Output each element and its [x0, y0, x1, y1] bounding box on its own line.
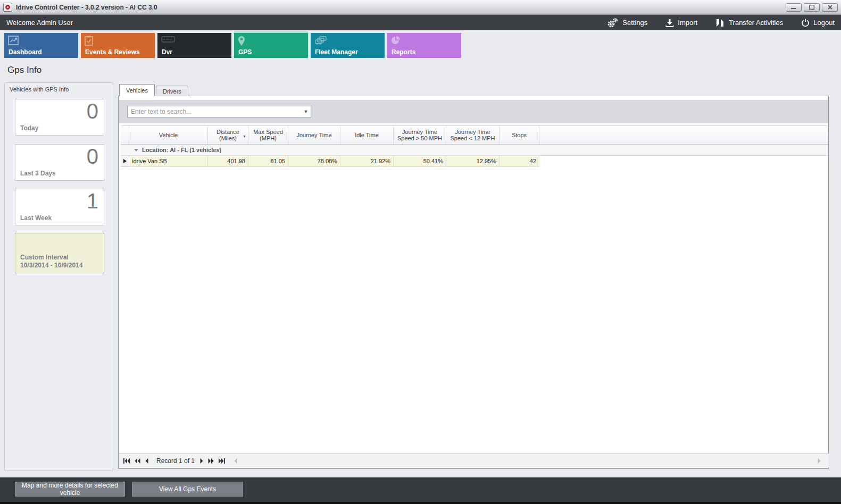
nav-tile-dvr-label: Dvr	[162, 48, 172, 56]
cell-stops[interactable]: 42	[499, 156, 539, 167]
cell-journey-gt50[interactable]: 50.41%	[394, 156, 446, 167]
clipboard-check-icon	[85, 36, 93, 46]
grid-header-distance-label: Distance (Miles)	[209, 129, 247, 141]
sidebar-title: Vehicles with GPS Info	[10, 86, 69, 93]
group-row-location[interactable]: Location: Al - FL (1 vehicles)	[121, 145, 828, 156]
tab-vehicles-label: Vehicles	[126, 87, 148, 94]
record-navigator: Record 1 of 1	[119, 453, 829, 467]
settings-button[interactable]: Settings	[607, 18, 647, 28]
nav-tile-gps-label: GPS	[238, 48, 252, 56]
view-all-gps-events-button[interactable]: View All Gps Events	[132, 482, 243, 497]
grid-tabs: Vehicles Drivers	[119, 84, 188, 96]
stat-card-today[interactable]: 0 Today	[15, 99, 104, 136]
vehicles-grid: Vehicle Distance (Miles) ▼ Max Speed (MP…	[121, 125, 828, 167]
nav-tile-reports[interactable]: Reports	[387, 33, 461, 58]
pie-chart-icon	[391, 36, 401, 45]
map-details-button[interactable]: Map and more details for selected vehicl…	[15, 482, 125, 497]
tab-drivers-label: Drivers	[163, 88, 181, 95]
last-record-icon	[219, 458, 225, 464]
next-page-button[interactable]	[208, 458, 214, 464]
hscroll-right-arrow[interactable]	[818, 458, 821, 464]
cell-max-speed[interactable]: 81.05	[248, 156, 288, 167]
nav-tile-dashboard[interactable]: Dashboard	[4, 33, 78, 58]
next-record-icon	[200, 458, 203, 464]
table-row[interactable]: idrive Van SB 401.98 81.05 78.08% 21.92%…	[121, 156, 828, 167]
stat-value-last-3-days: 0	[87, 145, 98, 168]
stat-value-today: 0	[87, 99, 98, 123]
grid-header-idle-time[interactable]: Idle Time	[340, 126, 394, 144]
search-input[interactable]	[128, 108, 301, 115]
welcome-bar: Welcome Admin User Settings Import	[0, 15, 841, 30]
dvr-device-icon	[161, 36, 175, 43]
logout-label: Logout	[813, 19, 835, 27]
grid-header-journey-gt50[interactable]: Journey Time Speed > 50 MPH	[394, 126, 446, 144]
settings-label: Settings	[622, 19, 647, 27]
tab-vehicles[interactable]: Vehicles	[119, 84, 155, 96]
maximize-button[interactable]	[804, 3, 820, 12]
stat-card-last-3-days[interactable]: 0 Last 3 Days	[15, 144, 104, 181]
power-icon	[801, 19, 810, 27]
grid-header-row: Vehicle Distance (Miles) ▼ Max Speed (MP…	[121, 125, 828, 145]
hscroll-left-arrow[interactable]	[234, 458, 237, 464]
grid-header-vehicle-label: Vehicle	[159, 132, 178, 138]
grid-header-journey-gt50-label: Journey Time Speed > 50 MPH	[395, 129, 445, 141]
stat-label-last-3-days: Last 3 Days	[20, 170, 56, 177]
welcome-text: Welcome Admin User	[6, 19, 73, 27]
minimize-button[interactable]	[786, 3, 802, 12]
grid-header-idle-time-label: Idle Time	[355, 132, 379, 138]
nav-tile-events-reviews[interactable]: Events & Reviews	[81, 33, 155, 58]
cell-idle-time[interactable]: 21.92%	[340, 156, 394, 167]
next-record-button[interactable]	[200, 458, 203, 464]
stat-card-custom-interval[interactable]: Custom Interval 10/3/2014 - 10/9/2014	[15, 233, 104, 273]
nav-tile-fleet-manager[interactable]: Fleet Manager	[311, 33, 385, 58]
vehicles-tab-panel: ▼ Vehicle Distance (Miles) ▼ Max Speed (…	[118, 96, 829, 469]
search-strip: ▼	[119, 100, 828, 123]
search-dropdown-arrow-icon[interactable]: ▼	[301, 109, 311, 114]
hscroll-right-icon	[818, 458, 821, 464]
cell-journey-time[interactable]: 78.08%	[288, 156, 340, 167]
close-icon	[828, 5, 832, 10]
sidebar-vehicles-with-gps-info: Vehicles with GPS Info 0 Today 0 Last 3 …	[4, 82, 113, 471]
import-button[interactable]: Import	[665, 19, 697, 27]
custom-interval-dates: 10/3/2014 - 10/9/2014	[20, 262, 82, 269]
grid-header-stops-label: Stops	[512, 132, 527, 138]
collapse-caret-icon[interactable]	[134, 149, 138, 152]
first-record-button[interactable]	[123, 458, 130, 464]
maximize-icon	[809, 5, 814, 10]
record-count-label: Record 1 of 1	[156, 457, 195, 465]
nav-tile-events-reviews-label: Events & Reviews	[85, 48, 140, 56]
app-logo-icon	[3, 3, 12, 12]
close-button[interactable]	[822, 3, 838, 12]
cell-distance[interactable]: 401.98	[208, 156, 248, 167]
previous-record-button[interactable]	[145, 458, 148, 464]
grid-header-distance[interactable]: Distance (Miles) ▼	[208, 126, 248, 144]
previous-page-button[interactable]	[135, 458, 140, 464]
current-row-arrow-icon	[123, 159, 127, 163]
grid-header-vehicle[interactable]: Vehicle	[129, 126, 208, 144]
trend-chart-icon	[8, 36, 19, 45]
grid-header-max-speed[interactable]: Max Speed (MPH)	[248, 126, 288, 144]
sort-descending-icon: ▼	[243, 133, 246, 140]
stat-label-today: Today	[20, 124, 38, 132]
nav-tile-dvr[interactable]: Dvr	[157, 33, 231, 58]
gears-icon	[607, 18, 619, 28]
previous-record-icon	[145, 458, 148, 464]
stat-card-last-week[interactable]: 1 Last Week	[15, 189, 104, 225]
stat-value-last-week: 1	[87, 189, 98, 213]
cell-vehicle[interactable]: idrive Van SB	[129, 156, 208, 167]
tab-drivers[interactable]: Drivers	[156, 86, 188, 96]
transfer-activities-button[interactable]: Transfer Activities	[715, 18, 783, 28]
nav-tile-row: Dashboard Events & Reviews Dvr GPS	[0, 30, 841, 62]
cell-journey-lt12[interactable]: 12.95%	[446, 156, 499, 167]
grid-header-journey-time-label: Journey Time	[296, 132, 331, 138]
previous-page-icon	[135, 458, 140, 464]
grid-header-journey-lt12[interactable]: Journey Time Speed < 12 MPH	[446, 126, 499, 144]
grid-header-stops[interactable]: Stops	[499, 126, 539, 144]
logout-button[interactable]: Logout	[801, 19, 835, 27]
group-row-label: Location: Al - FL (1 vehicles)	[142, 147, 221, 153]
window-titlebar: Idrive Control Center - 3.0.2 version - …	[0, 0, 841, 15]
last-record-button[interactable]	[219, 458, 225, 464]
footer-bar: Map and more details for selected vehicl…	[0, 477, 841, 504]
nav-tile-gps[interactable]: GPS	[234, 33, 308, 58]
grid-header-journey-time[interactable]: Journey Time	[288, 126, 340, 144]
